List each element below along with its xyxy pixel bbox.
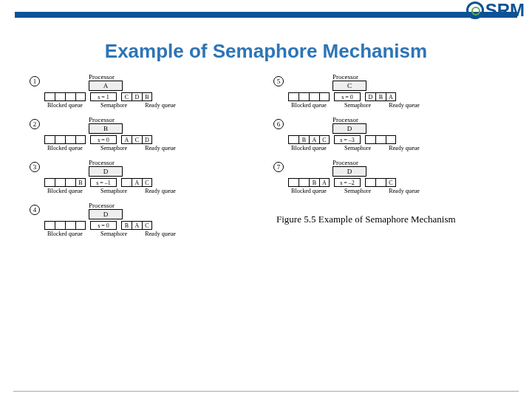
- labels-under: Blocked queueSemaphoreReady queue: [44, 102, 256, 109]
- left-column: 1ProcessorAs = 1CDBBlocked queueSemaphor…: [33, 73, 256, 237]
- queue-cell: D: [132, 92, 142, 101]
- processor-label: Processor: [89, 116, 256, 123]
- queue-cell: [375, 135, 386, 144]
- queue-row: BAs = –2C: [288, 178, 499, 187]
- processor-box: C: [332, 81, 366, 91]
- state-number: 7: [273, 162, 284, 172]
- blocked-queue: [44, 135, 86, 144]
- processor-label: Processor: [332, 159, 499, 166]
- logo-ring-icon: [466, 1, 484, 19]
- header-rule: [15, 12, 517, 18]
- state-3: 3ProcessorDBs = –1ACBlocked queueSemapho…: [33, 159, 256, 194]
- state-number: 1: [30, 76, 40, 86]
- labels-under: Blocked queueSemaphoreReady queue: [44, 231, 256, 237]
- queue-cell: [55, 92, 65, 101]
- semaphore-box: s = –3: [334, 135, 361, 144]
- queue-cell: B: [299, 135, 309, 144]
- queue-cell: [288, 135, 299, 144]
- queue-cell: [55, 221, 65, 230]
- logo-text: SRM: [485, 0, 525, 21]
- queue-cell: [299, 92, 309, 101]
- labels-under: Blocked queueSemaphoreReady queue: [288, 102, 499, 109]
- queue-cell: [65, 178, 75, 187]
- ready-label: Ready queue: [386, 145, 423, 151]
- state-4: 4ProcessorDs = 0BACBlocked queueSemaphor…: [33, 202, 256, 237]
- queue-row: s = 0BAC: [44, 221, 256, 230]
- blocked-label: Blocked queue: [44, 231, 86, 237]
- queue-cell: C: [142, 221, 152, 230]
- blocked-queue: BA: [288, 178, 330, 187]
- semaphore-label: Semaphore: [344, 188, 371, 194]
- queue-cell: [75, 135, 86, 144]
- queue-cell: [75, 221, 86, 230]
- queue-cell: [44, 92, 55, 101]
- queue-row: s = 1CDB: [44, 92, 256, 101]
- queue-cell: [365, 135, 375, 144]
- queue-row: s = 0DBA: [288, 92, 499, 101]
- queue-cell: B: [375, 92, 386, 101]
- diagram-content: 1ProcessorAs = 1CDBBlocked queueSemaphor…: [0, 73, 532, 237]
- semaphore-box: s = 0: [334, 92, 361, 101]
- queue-cell: [65, 221, 75, 230]
- ready-queue: C: [365, 178, 396, 187]
- labels-under: Blocked queueSemaphoreReady queue: [44, 188, 256, 194]
- queue-cell: A: [319, 178, 330, 187]
- ready-queue: DBA: [365, 92, 396, 101]
- queue-cell: [44, 221, 55, 230]
- ready-label: Ready queue: [142, 102, 179, 109]
- queue-cell: D: [142, 135, 152, 144]
- processor-box: D: [89, 209, 123, 219]
- ready-queue: BAC: [121, 221, 152, 230]
- queue-cell: B: [121, 221, 132, 230]
- queue-cell: A: [309, 135, 319, 144]
- labels-under: Blocked queueSemaphoreReady queue: [44, 145, 256, 151]
- state-number: 3: [30, 162, 40, 172]
- blocked-label: Blocked queue: [288, 102, 330, 109]
- processor-label: Processor: [332, 116, 499, 123]
- queue-cell: A: [121, 135, 132, 144]
- queue-cell: [288, 178, 299, 187]
- processor-box: D: [89, 166, 123, 177]
- queue-cell: C: [142, 178, 152, 187]
- queue-cell: A: [132, 221, 142, 230]
- queue-cell: [386, 135, 396, 144]
- queue-cell: D: [365, 92, 375, 101]
- processor-label: Processor: [89, 202, 256, 209]
- semaphore-box: s = 0: [90, 135, 117, 144]
- semaphore-box: s = 1: [90, 92, 117, 101]
- processor-box: D: [332, 166, 366, 177]
- figure-caption: Figure 5.5 Example of Semaphore Mechanis…: [276, 214, 499, 225]
- processor-box: D: [332, 123, 366, 134]
- processor-label: Processor: [89, 159, 256, 166]
- blocked-label: Blocked queue: [44, 145, 86, 151]
- queue-row: BACs = –3: [288, 135, 499, 144]
- queue-cell: [309, 92, 319, 101]
- queue-row: s = 0ACD: [44, 135, 256, 144]
- ready-label: Ready queue: [142, 188, 179, 194]
- state-1: 1ProcessorAs = 1CDBBlocked queueSemaphor…: [33, 73, 256, 109]
- state-5: 5ProcessorCs = 0DBABlocked queueSemaphor…: [276, 73, 499, 109]
- semaphore-label: Semaphore: [100, 188, 127, 194]
- blocked-queue: [44, 92, 86, 101]
- queue-cell: [44, 135, 55, 144]
- queue-cell: [55, 178, 65, 187]
- logo: SRM: [466, 0, 525, 21]
- state-6: 6ProcessorDBACs = –3Blocked queueSemapho…: [276, 116, 499, 151]
- ready-queue: ACD: [121, 135, 152, 144]
- semaphore-label: Semaphore: [344, 102, 371, 109]
- processor-box: A: [89, 81, 123, 91]
- semaphore-label: Semaphore: [344, 145, 371, 151]
- queue-cell: [375, 178, 386, 187]
- queue-cell: [65, 135, 75, 144]
- labels-under: Blocked queueSemaphoreReady queue: [288, 188, 499, 194]
- blocked-queue: [288, 92, 330, 101]
- blocked-label: Blocked queue: [44, 102, 86, 109]
- semaphore-box: s = –1: [90, 178, 117, 187]
- queue-cell: [75, 92, 86, 101]
- queue-row: Bs = –1AC: [44, 178, 256, 187]
- queue-cell: [288, 92, 299, 101]
- queue-cell: B: [75, 178, 86, 187]
- queue-cell: A: [132, 178, 142, 187]
- ready-label: Ready queue: [386, 188, 423, 194]
- queue-cell: C: [319, 135, 330, 144]
